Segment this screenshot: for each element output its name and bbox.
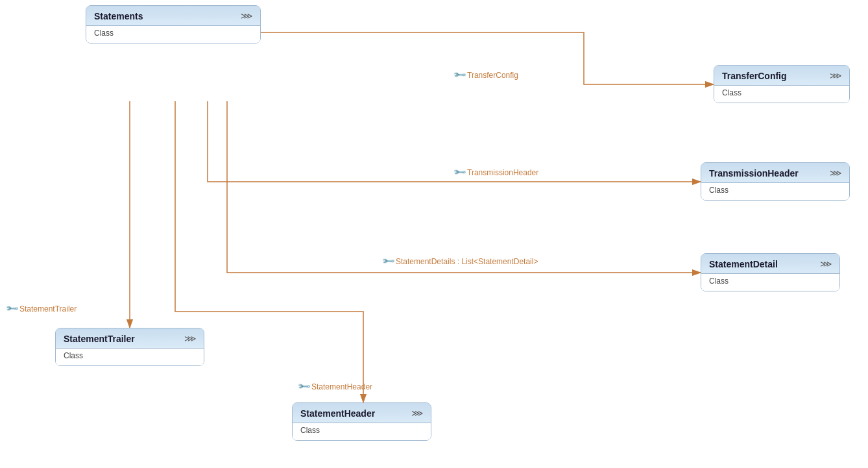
rel-label-transmissionheader: 🔧 TransmissionHeader	[454, 167, 538, 177]
box-statementtrailer-title: StatementTrailer	[64, 334, 135, 344]
box-statementdetail-subtitle: Class	[701, 274, 839, 291]
box-transmissionheader-title: TransmissionHeader	[709, 168, 799, 179]
rel-text-statementheader: StatementHeader	[311, 382, 372, 391]
wrench-icon-transmissionheader: 🔧	[452, 166, 466, 180]
rel-text-statementtrailer: StatementTrailer	[19, 304, 77, 314]
box-transmissionheader-header: TransmissionHeader ⋙	[701, 163, 849, 183]
box-transmissionheader[interactable]: TransmissionHeader ⋙ Class	[701, 162, 850, 201]
box-statementtrailer[interactable]: StatementTrailer ⋙ Class	[55, 328, 204, 366]
box-statementheader-header: StatementHeader ⋙	[293, 403, 431, 423]
box-statementdetail-header: StatementDetail ⋙	[701, 254, 839, 274]
box-transferconfig-subtitle: Class	[714, 86, 849, 103]
rel-text-statementdetails: StatementDetails : List<StatementDetail>	[396, 257, 538, 266]
statementheader-expand-icon[interactable]: ⋙	[411, 408, 423, 418]
statements-expand-icon[interactable]: ⋙	[241, 11, 252, 21]
box-transmissionheader-subtitle: Class	[701, 183, 849, 200]
transmissionheader-expand-icon[interactable]: ⋙	[830, 168, 841, 178]
rel-label-statementheader: 🔧 StatementHeader	[298, 382, 372, 391]
box-transferconfig[interactable]: TransferConfig ⋙ Class	[714, 65, 850, 103]
rel-text-transferconfig: TransferConfig	[467, 71, 518, 80]
box-statementtrailer-header: StatementTrailer ⋙	[56, 328, 204, 349]
box-statementheader-subtitle: Class	[293, 423, 431, 440]
rel-label-statementtrailer: 🔧 StatementTrailer	[6, 304, 77, 314]
diagram-canvas: Statements ⋙ Class 🔧 TransferConfig Tran…	[0, 0, 868, 468]
statementdetail-expand-icon[interactable]: ⋙	[820, 259, 832, 269]
wrench-icon-transferconfig: 🔧	[452, 68, 466, 82]
box-statements[interactable]: Statements ⋙ Class	[86, 5, 261, 43]
wrench-icon-statementtrailer: 🔧	[5, 302, 19, 316]
wrench-icon-statementdetail: 🔧	[381, 254, 395, 269]
box-statementheader[interactable]: StatementHeader ⋙ Class	[292, 402, 431, 441]
box-statements-subtitle: Class	[86, 26, 260, 43]
box-transferconfig-title: TransferConfig	[722, 71, 787, 81]
rel-label-transferconfig: 🔧 TransferConfig	[454, 70, 518, 80]
wrench-icon-statementheader: 🔧	[296, 380, 311, 394]
rel-text-transmissionheader: TransmissionHeader	[467, 168, 538, 177]
box-statements-title: Statements	[94, 11, 143, 21]
box-statementheader-title: StatementHeader	[300, 408, 375, 419]
box-statementtrailer-subtitle: Class	[56, 349, 204, 365]
box-statements-header: Statements ⋙	[86, 6, 260, 26]
box-transferconfig-header: TransferConfig ⋙	[714, 66, 849, 86]
transferconfig-expand-icon[interactable]: ⋙	[830, 71, 841, 80]
statementtrailer-expand-icon[interactable]: ⋙	[184, 334, 196, 343]
rel-label-statementdetails: 🔧 StatementDetails : List<StatementDetai…	[383, 256, 538, 266]
box-statementdetail-title: StatementDetail	[709, 259, 778, 269]
box-statementdetail[interactable]: StatementDetail ⋙ Class	[701, 253, 840, 291]
